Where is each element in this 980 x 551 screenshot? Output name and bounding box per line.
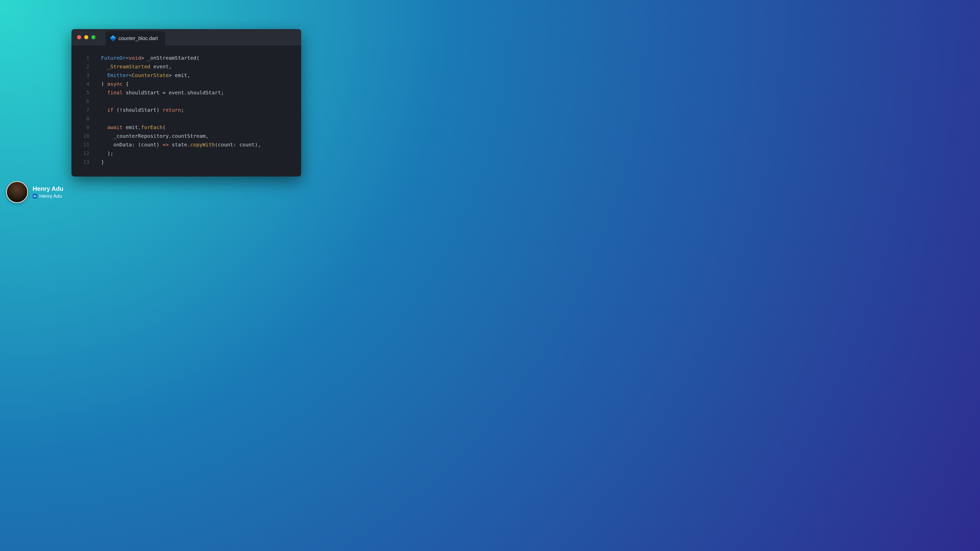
code-line: 10 _counterRepository.countStream, xyxy=(79,132,294,140)
code-line: 6 xyxy=(79,97,294,106)
code-line: 4 ) async { xyxy=(79,79,294,88)
author-name: Henry Adu xyxy=(33,185,63,192)
line-number: 12 xyxy=(79,149,89,158)
code-content: Emitter<CounterState> emit, xyxy=(95,71,190,79)
line-number: 13 xyxy=(79,158,89,166)
window-titlebar: counter_bloc.dart xyxy=(72,29,301,45)
code-line: 9 await emit.forEach( xyxy=(79,123,294,132)
line-number: 3 xyxy=(79,71,89,79)
line-number: 11 xyxy=(79,140,89,149)
author-text: Henry Adu in Henry Adu xyxy=(33,185,63,199)
avatar xyxy=(6,181,28,203)
author-card: Henry Adu in Henry Adu xyxy=(6,181,63,203)
dart-file-icon xyxy=(110,35,116,41)
line-number: 6 xyxy=(79,97,89,106)
line-number: 5 xyxy=(79,88,89,97)
code-content: await emit.forEach( xyxy=(95,123,165,132)
tab-filename: counter_bloc.dart xyxy=(118,35,158,41)
code-line: 5 final shouldStart = event.shouldStart; xyxy=(79,88,294,97)
line-number: 1 xyxy=(79,54,89,62)
author-linkedin[interactable]: in Henry Adu xyxy=(33,193,63,199)
line-number: 7 xyxy=(79,106,89,114)
linkedin-icon: in xyxy=(33,194,37,198)
code-content: FutureOr<void> _onStreamStarted( xyxy=(95,54,199,62)
code-line: 11 onData: (count) => state.copyWith(cou… xyxy=(79,140,294,149)
line-number: 8 xyxy=(79,114,89,123)
code-window: counter_bloc.dart 1 FutureOr<void> _onSt… xyxy=(72,29,301,176)
code-content: _StreamStarted event, xyxy=(95,62,172,71)
code-line: 7 if (!shouldStart) return; xyxy=(79,106,294,114)
author-linkedin-label: Henry Adu xyxy=(39,193,62,199)
code-line: 1 FutureOr<void> _onStreamStarted( xyxy=(79,54,294,62)
code-content: ); xyxy=(95,149,113,158)
code-content: _counterRepository.countStream, xyxy=(95,132,209,140)
traffic-lights xyxy=(77,35,95,39)
line-number: 4 xyxy=(79,79,89,88)
code-line: 8 xyxy=(79,114,294,123)
code-line: 3 Emitter<CounterState> emit, xyxy=(79,71,294,79)
code-line: 13 } xyxy=(79,158,294,166)
close-icon[interactable] xyxy=(77,35,81,39)
line-number: 2 xyxy=(79,62,89,71)
code-line: 12 ); xyxy=(79,149,294,158)
line-number: 9 xyxy=(79,123,89,132)
code-line: 2 _StreamStarted event, xyxy=(79,62,294,71)
code-content: onData: (count) => state.copyWith(count:… xyxy=(95,140,261,149)
code-editor: 1 FutureOr<void> _onStreamStarted(2 _Str… xyxy=(72,45,301,176)
code-content: } xyxy=(95,158,104,166)
line-number: 10 xyxy=(79,132,89,140)
zoom-icon[interactable] xyxy=(91,35,95,39)
code-content: ) async { xyxy=(95,79,129,88)
code-content: final shouldStart = event.shouldStart; xyxy=(95,88,224,97)
code-content: if (!shouldStart) return; xyxy=(95,106,184,114)
tab-active[interactable]: counter_bloc.dart xyxy=(106,31,165,45)
minimize-icon[interactable] xyxy=(84,35,88,39)
